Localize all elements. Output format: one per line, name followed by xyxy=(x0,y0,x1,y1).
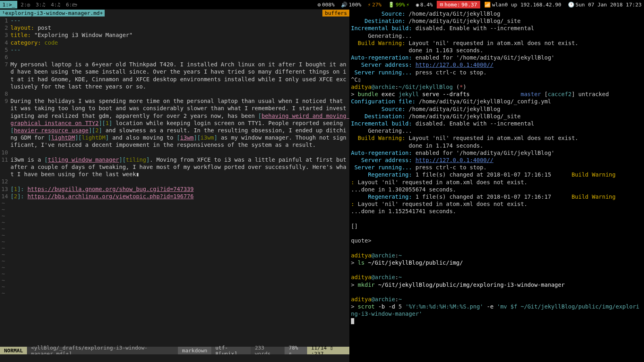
terminal-line: Destination: /home/aditya/Git/jekyllBlog… xyxy=(351,113,642,120)
editor-line: 11i3wm is a [tiling window manager][tili… xyxy=(0,156,349,178)
workspace-4[interactable]: 4:♫ xyxy=(48,1,62,8)
terminal-line: ^C▯ xyxy=(351,76,642,83)
terminal-line xyxy=(351,245,642,252)
vim-percent: 78% ▯ xyxy=(285,347,307,354)
terminal-line: quote> xyxy=(351,237,642,244)
terminal-line: Build Warning: Layout 'nil' requested in… xyxy=(351,39,642,47)
status-area: ⚙ 008% 🔊 100% ⚡ 27% 🔋 99% ⚡ ◉ 8.4% ⊟ hom… xyxy=(315,1,644,8)
empty-line-tilde: ~ xyxy=(0,239,349,245)
terminal-line: Build Warning: Layout 'nil' requested in… xyxy=(351,134,642,142)
terminal-line: ...done in 1.302055674 seconds. xyxy=(351,186,642,193)
editor-line: 4category: code xyxy=(0,39,349,46)
cpu-status: ⚙ 008% xyxy=(315,2,337,8)
terminal-line: Server running... press ctrl-c to stop. xyxy=(351,69,642,76)
disk-status: ⊟ home: 90.37 xyxy=(437,1,480,8)
vim-statusline: NORMAL <yllBlog/_drafts/exploring-i3-win… xyxy=(0,347,349,354)
terminal-line: Server address: http://127.0.0.1:4000// xyxy=(351,61,642,68)
terminal-line: > scrot -b -d 5 '%Y:%m:%d:%H:%M:%S.png' … xyxy=(351,303,642,317)
volume-status: 🔊 100% xyxy=(339,2,363,8)
terminal-line xyxy=(351,288,642,296)
terminal-pane[interactable]: Source: /home/aditya/Git/jekyllBlog Dest… xyxy=(349,9,644,362)
terminal-output: Source: /home/aditya/Git/jekyllBlog Dest… xyxy=(351,10,642,318)
editor-line: 6 xyxy=(0,53,349,61)
vim-cmdline[interactable] xyxy=(0,354,349,362)
terminal-line: Destination: /home/aditya/Git/jekyllBlog… xyxy=(351,17,642,25)
terminal-line: : Layout 'nil' requested in atom.xml doe… xyxy=(351,179,642,186)
vim-encoding: utf-8[unix] xyxy=(211,347,251,354)
terminal-line: > bundle exec jekyll serve --drafts mast… xyxy=(351,90,642,98)
terminal-line: aditya@archie:~ xyxy=(351,296,642,303)
editor-line: 1--- xyxy=(0,17,349,24)
terminal-line: Source: /home/aditya/Git/jekyllBlog xyxy=(351,10,642,17)
terminal-line: Incremental build: disabled. Enable with… xyxy=(351,25,642,32)
editor-line: 8 xyxy=(0,90,349,97)
terminal-line: aditya@archie:~ xyxy=(351,252,642,259)
editor-line: 12 xyxy=(0,178,349,185)
empty-line-tilde: ~ xyxy=(0,277,349,284)
empty-line-tilde: ~ xyxy=(0,245,349,251)
terminal-line: > ls ~/Git/jekyllBlog/public/img/ xyxy=(351,259,642,266)
network-status: 📶 wlan0 up 192.168.42.90 xyxy=(482,2,564,8)
workspace-3[interactable]: 3:♫ xyxy=(33,1,47,8)
empty-line-tilde: ~ xyxy=(0,284,349,290)
i3-status-bar: 1:>_2:◎3:♫4:♫6:🗁 ⚙ 008% 🔊 100% ⚡ 27% 🔋 9… xyxy=(0,0,644,9)
editor-line: 7My personal laptop is a 6+year old Thin… xyxy=(0,61,349,90)
terminal-line: Server address: http://127.0.0.1:4000// xyxy=(351,156,642,164)
terminal-line: ...done in 1.152541741 seconds. xyxy=(351,208,642,215)
vim-mode: NORMAL xyxy=(0,347,27,354)
vim-wordcount: 233 words xyxy=(251,347,285,354)
terminal-line: [] xyxy=(351,222,642,230)
workspace-6[interactable]: 6:🗁 xyxy=(64,1,80,8)
editor-line: 14[2]: https://bbs.archlinux.org/viewtop… xyxy=(0,193,349,200)
workspace-2[interactable]: 2:◎ xyxy=(18,1,32,8)
terminal-line: aditya@archie:~/Git/jekyllBlog (*) xyxy=(351,83,642,90)
editor-line: 2layout: post xyxy=(0,24,349,31)
empty-line-tilde: ~ xyxy=(0,232,349,239)
empty-line-tilde: ~ xyxy=(0,271,349,277)
empty-line-tilde: ~ xyxy=(0,200,349,206)
empty-line-tilde: ~ xyxy=(0,258,349,264)
terminal-line: Regenerating: 1 file(s) changed at 2018-… xyxy=(351,193,642,200)
vim-filetype: markdown xyxy=(178,347,211,354)
workspace-list: 1:>_2:◎3:♫4:♫6:🗁 xyxy=(0,1,80,8)
workspace-1[interactable]: 1:>_ xyxy=(0,1,17,8)
vim-position: 11/14 ▯ :237 xyxy=(307,347,349,354)
editor-line: 10 xyxy=(0,149,349,156)
empty-line-tilde: ~ xyxy=(0,206,349,213)
terminal-line xyxy=(351,215,642,222)
buffers-indicator[interactable]: buffers xyxy=(322,10,349,16)
terminal-line xyxy=(351,230,642,237)
empty-line-tilde: ~ xyxy=(0,264,349,271)
battery-status: 🔋 99% ⚡ xyxy=(386,2,412,8)
vim-tab[interactable]: ¹exploring-i3-window-manager.md+ xyxy=(0,10,105,16)
terminal-line: Auto-regeneration: enabled for '/home/ad… xyxy=(351,54,642,61)
empty-line-tilde: ~ xyxy=(0,226,349,232)
datetime-status: 🕐 Sun 07 Jan 2018 17:23 xyxy=(566,2,644,8)
terminal-cursor xyxy=(351,318,354,324)
terminal-line: > mkdir ~/Git/jekyllBlog/public/img/expl… xyxy=(351,281,642,288)
terminal-line: Generating... xyxy=(351,127,642,134)
terminal-line: Configuration file: /home/aditya/Git/jek… xyxy=(351,98,642,105)
editor-line: 13[1]: https://bugzilla.gnome.org/show_b… xyxy=(0,185,349,193)
vim-filename: <yllBlog/_drafts/exploring-i3-window-man… xyxy=(27,347,178,354)
empty-line-tilde: ~ xyxy=(0,213,349,219)
terminal-line: Generating... xyxy=(351,32,642,39)
terminal-line: : Layout 'nil' requested in atom.xml doe… xyxy=(351,200,642,208)
terminal-line: Incremental build: disabled. Enable with… xyxy=(351,120,642,127)
main-content: ¹exploring-i3-window-manager.md+ buffers… xyxy=(0,9,644,362)
terminal-line: Regenerating: 1 file(s) changed at 2018-… xyxy=(351,171,642,178)
vim-editor-pane[interactable]: ¹exploring-i3-window-manager.md+ buffers… xyxy=(0,9,349,362)
terminal-line: Server running... press ctrl-c to stop. xyxy=(351,164,642,171)
empty-line-tilde: ~ xyxy=(0,290,349,296)
memory-status: ◉ 8.4% xyxy=(413,2,435,8)
brightness-status: ⚡ 27% xyxy=(365,2,384,8)
editor-line: 5--- xyxy=(0,46,349,53)
terminal-line: done in 1.163 seconds. xyxy=(351,47,642,54)
empty-line-tilde: ~ xyxy=(0,219,349,226)
editor-line: 3title: "Exploring i3 Window Manager" xyxy=(0,31,349,39)
terminal-line: Source: /home/aditya/Git/jekyllBlog xyxy=(351,105,642,113)
vim-tabline: ¹exploring-i3-window-manager.md+ buffers xyxy=(0,9,349,17)
empty-line-tilde: ~ xyxy=(0,251,349,258)
editor-body[interactable]: 1---2layout: post3title: "Exploring i3 W… xyxy=(0,17,349,200)
terminal-line: done in 1.174 seconds. xyxy=(351,142,642,149)
